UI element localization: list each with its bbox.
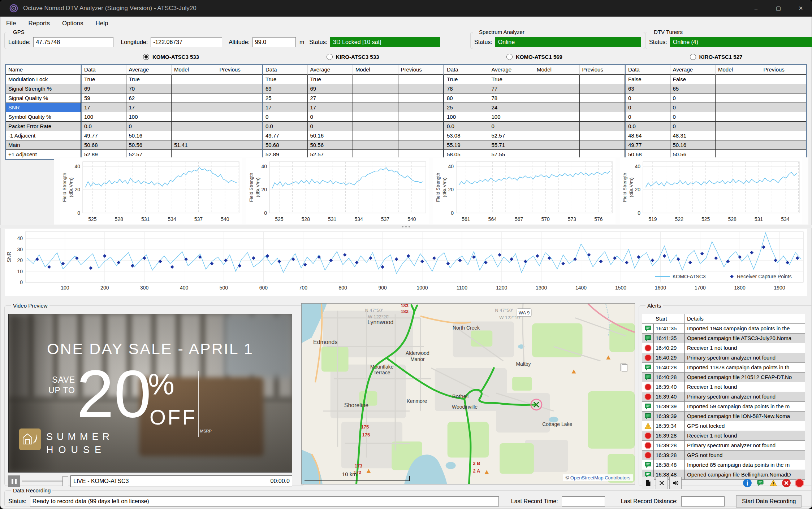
table-header[interactable]: Model: [172, 65, 217, 75]
table-cell[interactable]: [716, 84, 761, 93]
table-cell[interactable]: 0.0: [81, 122, 126, 131]
table-cell[interactable]: [761, 131, 807, 140]
radio-circle[interactable]: [690, 54, 696, 60]
table-cell[interactable]: [580, 84, 625, 93]
table-cell[interactable]: [172, 75, 217, 84]
table-cell[interactable]: 0.0: [444, 122, 489, 131]
table-cell[interactable]: 25: [262, 93, 308, 103]
alert-row[interactable]: 16:39:28Receiver 1 not found: [642, 431, 805, 441]
table-cell[interactable]: 78: [444, 84, 489, 93]
start-data-recording-button[interactable]: Start Data Recording: [736, 495, 802, 508]
table-cell[interactable]: [172, 84, 217, 93]
table-cell[interactable]: 49.77: [262, 131, 308, 140]
table-header[interactable]: Data: [444, 65, 489, 75]
table-cell[interactable]: 69: [81, 84, 126, 93]
table-cell[interactable]: 53.08: [444, 131, 489, 140]
table-cell[interactable]: False: [670, 75, 716, 84]
table-cell[interactable]: 78: [489, 93, 535, 103]
table-cell[interactable]: 0: [262, 112, 308, 122]
table-cell[interactable]: 59: [81, 93, 126, 103]
table-cell[interactable]: [534, 131, 580, 140]
tuner-radio-3[interactable]: KOMO-ATSC1 569: [444, 52, 625, 61]
table-cell[interactable]: [534, 75, 580, 84]
table-cell[interactable]: False: [625, 75, 670, 84]
table-cell[interactable]: [353, 103, 398, 112]
table-row-name[interactable]: Signal Strength %: [6, 84, 81, 93]
table-cell[interactable]: [217, 112, 263, 122]
table-row-name[interactable]: -1 Adjacent: [6, 131, 81, 140]
last-record-time-field[interactable]: [562, 496, 605, 506]
table-cell[interactable]: 63: [625, 84, 670, 93]
alert-row[interactable]: 16:40:29Receiver 1 not found: [642, 343, 805, 353]
table-cell[interactable]: 0: [670, 103, 716, 112]
table-cell[interactable]: 0: [670, 93, 716, 103]
table-cell[interactable]: [534, 140, 580, 150]
map-panel[interactable]: WA 9 LynnwoodNorth CreekEdmondsAlderwood…: [301, 303, 635, 484]
video-frame[interactable]: ONE DAY SALE - APRIL 1 SAVEUP TO 20 % OF…: [8, 314, 292, 473]
table-cell[interactable]: [398, 84, 444, 93]
table-row-name[interactable]: Symbol Quality %: [6, 112, 81, 122]
table-cell[interactable]: [534, 112, 580, 122]
alert-row[interactable]: 16:41:35Opened campaign file ATSC3-July2…: [642, 334, 805, 343]
altitude-field[interactable]: [252, 37, 296, 47]
table-cell[interactable]: [353, 112, 398, 122]
table-cell[interactable]: [534, 103, 580, 112]
tuner-radio-1[interactable]: KOMO-ATSC3 533: [80, 52, 262, 61]
alert-row[interactable]: 16:39:39Opened campaign file ION-587-New…: [642, 412, 805, 421]
table-cell[interactable]: 69: [262, 84, 308, 93]
table-cell[interactable]: 27: [308, 93, 353, 103]
table-cell[interactable]: 0: [625, 103, 670, 112]
table-header[interactable]: Average: [126, 65, 172, 75]
table-cell[interactable]: [761, 75, 807, 84]
table-header[interactable]: Data: [81, 65, 126, 75]
table-cell[interactable]: [217, 84, 263, 93]
table-cell[interactable]: 50.16: [126, 131, 172, 140]
table-cell[interactable]: [353, 75, 398, 84]
radio-circle[interactable]: [506, 54, 513, 60]
table-cell[interactable]: [716, 131, 761, 140]
table-cell[interactable]: 24: [489, 103, 535, 112]
longitude-field[interactable]: [151, 37, 222, 47]
table-cell[interactable]: [217, 75, 263, 84]
table-cell[interactable]: [716, 122, 761, 131]
table-cell[interactable]: 100: [81, 112, 126, 122]
alert-row[interactable]: 16:39:28Primary spectrum analyzer not fo…: [642, 441, 805, 451]
table-cell[interactable]: 50.16: [670, 140, 716, 150]
osm-link[interactable]: OpenStreetMap Contributors: [570, 475, 630, 480]
table-header-name[interactable]: Name: [6, 65, 81, 75]
table-cell[interactable]: [580, 112, 625, 122]
table-row-name[interactable]: SNR: [6, 103, 81, 112]
alert-row[interactable]: 16:39:40Primary spectrum analyzer not fo…: [642, 392, 805, 402]
maximize-button[interactable]: ▢: [767, 0, 790, 17]
table-cell[interactable]: 0: [625, 112, 670, 122]
pause-button[interactable]: [8, 475, 20, 487]
table-cell[interactable]: [398, 140, 444, 150]
table-cell[interactable]: [398, 122, 444, 131]
table-header[interactable]: Model: [716, 65, 761, 75]
table-cell[interactable]: [398, 131, 444, 140]
table-row-name[interactable]: Packet Error Rate: [6, 122, 81, 131]
table-cell[interactable]: [353, 122, 398, 131]
table-cell[interactable]: [172, 122, 217, 131]
table-cell[interactable]: [217, 122, 263, 131]
alert-row[interactable]: 16:41:35Imported 1948 campaign data poin…: [642, 324, 805, 334]
table-cell[interactable]: 25: [444, 103, 489, 112]
table-cell[interactable]: 0: [670, 122, 716, 131]
table-cell[interactable]: [217, 103, 263, 112]
table-header[interactable]: Model: [534, 65, 580, 75]
table-cell[interactable]: [398, 75, 444, 84]
table-header[interactable]: Average: [670, 65, 716, 75]
table-header[interactable]: Previous: [217, 65, 263, 75]
table-cell[interactable]: [353, 84, 398, 93]
minimize-button[interactable]: –: [745, 0, 767, 17]
table-cell[interactable]: 80: [444, 93, 489, 103]
table-cell[interactable]: 17: [126, 103, 172, 112]
table-cell[interactable]: 50.68: [81, 140, 126, 150]
table-cell[interactable]: [534, 93, 580, 103]
table-cell[interactable]: [716, 140, 761, 150]
close-button[interactable]: ✕: [790, 0, 812, 17]
table-cell[interactable]: 70: [126, 84, 172, 93]
table-cell[interactable]: 17: [308, 103, 353, 112]
table-cell[interactable]: [353, 93, 398, 103]
table-cell[interactable]: 69: [308, 84, 353, 93]
